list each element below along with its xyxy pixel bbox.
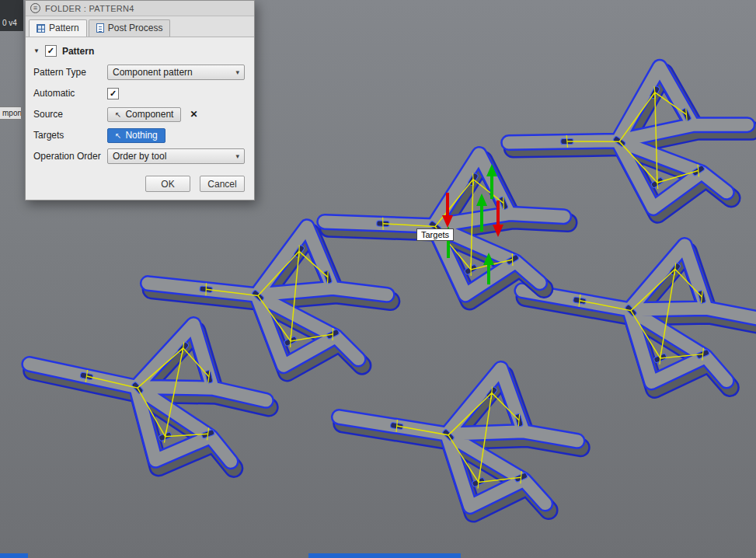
bottom-bar-center [308,553,461,558]
dialog-titlebar[interactable]: ≡ FOLDER : PATTERN4 [26,1,254,16]
menu-icon[interactable]: ≡ [30,3,40,13]
disclosure-triangle-icon[interactable]: ▼ [33,47,40,54]
chevron-down-icon: ▾ [235,68,239,76]
ok-button[interactable]: OK [145,176,190,192]
pattern-group-header: ▼ ✓ Pattern [33,45,245,57]
operation-order-row: Operation Order Order by tool ▾ [33,148,245,164]
remove-source-icon[interactable]: ✕ [190,109,197,120]
component-flyout-fragment[interactable]: mponen [0,106,22,120]
source-component-button[interactable]: ↖ Component [107,107,181,122]
dialog-tabbar: Pattern Post Process [26,16,254,37]
targets-row: Targets ↖ Nothing [33,127,245,143]
dialog-body: ▼ ✓ Pattern Pattern Type Component patte… [26,37,254,200]
browser-tree-fragment: 0 v4 [0,0,23,31]
operation-order-dropdown[interactable]: Order by tool ▾ [107,148,245,164]
pattern-group-checkbox[interactable]: ✓ [45,45,57,57]
pattern-type-label: Pattern Type [33,67,107,78]
part-instance-bottom-center[interactable] [332,355,587,522]
pattern-type-row: Pattern Type Component pattern ▾ [33,65,245,80]
cancel-button[interactable]: Cancel [200,176,245,192]
part-instance-bottom-left[interactable] [18,302,279,481]
tab-post-process-label: Post Process [108,23,163,33]
dialog-buttons: OK Cancel [33,176,245,192]
dialog-title: FOLDER : PATTERN4 [45,4,134,13]
tab-pattern[interactable]: Pattern [29,19,87,37]
pattern-type-value: Component pattern [113,67,193,78]
automatic-row: Automatic ✓ [33,85,245,101]
automatic-checkbox[interactable]: ✓ [107,88,119,99]
pattern-tab-icon [37,24,45,33]
cursor-select-icon: ↖ [115,110,121,119]
source-value: Component [125,109,173,120]
source-label: Source [33,109,107,120]
part-instance-right[interactable] [514,228,756,399]
part-instance-top-right[interactable] [503,60,756,227]
bottom-bar-left [0,553,28,558]
component-flyout-label: mponen [2,109,22,117]
targets-label: Targets [33,130,107,141]
pattern-dialog: ≡ FOLDER : PATTERN4 Pattern Post Process… [25,0,255,201]
automatic-label: Automatic [33,88,107,99]
tab-post-process[interactable]: Post Process [89,19,171,37]
source-row: Source ↖ Component ✕ [33,106,245,122]
browser-item-label: 0 v4 [2,19,17,27]
targets-nothing-button[interactable]: ↖ Nothing [107,128,165,143]
cursor-select-icon: ↖ [115,131,121,140]
operation-order-label: Operation Order [33,151,107,162]
tab-pattern-label: Pattern [49,23,79,33]
post-process-tab-icon [96,23,104,33]
pattern-type-dropdown[interactable]: Component pattern ▾ [107,65,245,80]
operation-order-value: Order by tool [113,151,166,162]
pattern-group-label: Pattern [62,46,94,57]
targets-value: Nothing [125,130,157,141]
chevron-down-icon: ▾ [235,152,239,160]
targets-tooltip: Targets [416,228,454,241]
